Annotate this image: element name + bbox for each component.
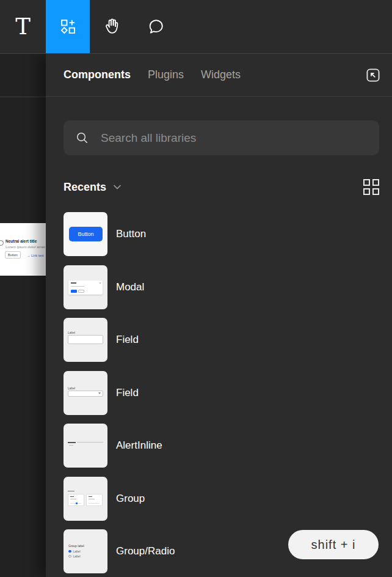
component-item-field[interactable]: Label Field: [64, 318, 392, 362]
alert-preview-button[interactable]: Button: [5, 251, 21, 259]
search-icon: [75, 131, 89, 145]
panel-tabs: Components Plugins Widgets: [64, 68, 365, 81]
grid-view-icon: [363, 179, 370, 186]
section-header: Recents: [64, 177, 379, 197]
component-name: Field: [116, 387, 139, 399]
text-tool-button[interactable]: T: [0, 0, 46, 53]
component-item-alertinline[interactable]: AlertInline: [64, 424, 392, 468]
mini-field-label: Label: [68, 331, 75, 334]
component-thumbnail: [64, 265, 107, 309]
component-list: Button Button Modal Label Field: [64, 212, 392, 577]
alert-preview-card[interactable]: Neutral alert title Lorem ipsum dolor am…: [0, 223, 46, 276]
component-name: Group/Radio: [116, 545, 175, 557]
chevron-down-icon: [113, 184, 122, 190]
recents-dropdown[interactable]: Recents: [64, 181, 122, 194]
mini-button: Button: [69, 227, 103, 241]
alert-preview-link[interactable]: → Link text: [27, 254, 44, 257]
arrow-right-icon: →: [27, 254, 31, 257]
component-name: Field: [116, 334, 139, 346]
open-in-window-icon: [365, 67, 382, 84]
text-tool-icon: T: [15, 15, 31, 38]
mini-modal: [68, 281, 103, 295]
grid-view-button[interactable]: [363, 179, 379, 195]
component-thumbnail: [64, 477, 107, 521]
canvas-frame-edge: [0, 97, 46, 97]
alert-preview-body: Lorem ipsum dolor amet consec: [5, 245, 46, 249]
shortcut-hint: shift + i: [288, 530, 379, 559]
mini-group-label: Group label: [68, 544, 84, 548]
radio-selected-icon: [68, 550, 71, 553]
component-name: Group: [116, 493, 145, 505]
info-icon: [0, 240, 4, 246]
component-item-field-select[interactable]: Label Field: [64, 371, 392, 415]
resources-panel: Components Plugins Widgets Recents: [46, 54, 392, 577]
component-thumbnail: Button: [64, 212, 107, 256]
component-thumbnail: Label: [64, 318, 107, 362]
tab-widgets[interactable]: Widgets: [201, 68, 241, 81]
assets-icon: [60, 18, 76, 35]
section-title: Recents: [64, 181, 106, 194]
hand-icon: [103, 17, 122, 36]
component-item-modal[interactable]: Modal: [64, 265, 392, 309]
alert-preview-link-label: Link text: [31, 254, 43, 257]
alert-preview-title: Neutral alert title: [5, 239, 37, 243]
component-thumbnail: Group label Label Label: [64, 529, 107, 573]
component-item-group[interactable]: Group: [64, 477, 392, 521]
mini-field-input: [68, 335, 103, 344]
toolbar: T: [0, 0, 392, 54]
component-name: Modal: [116, 281, 144, 293]
tab-plugins[interactable]: Plugins: [148, 68, 184, 81]
radio-unselected-icon: [68, 555, 71, 558]
component-thumbnail: Label: [64, 371, 107, 415]
canvas[interactable]: Neutral alert title Lorem ipsum dolor am…: [0, 54, 46, 577]
component-item-button[interactable]: Button Button: [64, 212, 392, 256]
component-name: AlertInline: [116, 439, 162, 452]
search-input[interactable]: [100, 131, 368, 145]
search-bar[interactable]: [64, 120, 379, 155]
comment-tool-button[interactable]: [134, 0, 178, 53]
comment-icon: [147, 18, 165, 35]
panel-header: Components Plugins Widgets: [46, 54, 392, 97]
tab-components[interactable]: Components: [64, 68, 131, 81]
mini-field-label: Label: [68, 386, 75, 390]
select-arrow-icon: [98, 392, 101, 394]
assets-tool-button[interactable]: [46, 0, 90, 53]
popout-button[interactable]: [365, 67, 382, 84]
mini-select-input: [68, 391, 103, 397]
component-thumbnail: [64, 424, 107, 468]
component-name: Button: [116, 228, 146, 240]
hand-tool-button[interactable]: [90, 0, 134, 53]
